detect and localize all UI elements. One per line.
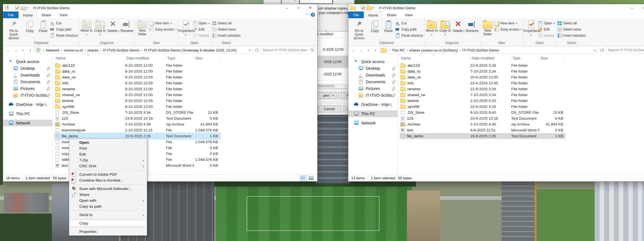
file-row[interactable]: data_rw 20-9-2025 12:00 File folder <box>400 74 566 80</box>
copy-to-button[interactable]: Copy to <box>94 19 106 40</box>
recent-locations-dropdown-icon[interactable] <box>365 47 371 53</box>
file-row[interactable]: xyz456 22-9-2025 3:19 File folder <box>400 104 566 110</box>
context-menu-item[interactable]: Properties <box>70 229 146 235</box>
minimize-button[interactable] <box>626 4 638 11</box>
edit-button[interactable]: Edit <box>538 27 555 32</box>
file-row[interactable]: abc123 22-9-2025 3:28 File folder <box>400 62 566 68</box>
file-row[interactable]: shared_rw 7-10-2025 3:34 File folder <box>400 92 566 98</box>
breadcrumb-item[interactable]: IT-ITVO-SciStor-Demo (Yesterday 9 oktobe… <box>139 48 236 52</box>
breadcrumb-item[interactable]: This PC <box>387 48 405 52</box>
collapse-ribbon-icon[interactable] <box>306 13 308 17</box>
file-row[interactable]: .DS_Store 9-10-2025 9:40 DS_STORE File 1… <box>400 110 566 115</box>
context-menu-item[interactable]: Convert to Adobe PDF <box>70 172 146 177</box>
context-menu-item[interactable] <box>72 170 144 170</box>
file-row[interactable]: 123 23-9-2025 10:18 Text Document 0 KB <box>400 115 566 121</box>
file-row[interactable]: shared_rw 9-10-2025 12:00 File folder <box>54 92 220 98</box>
context-menu-item[interactable]: Open <box>70 140 146 145</box>
move-to-button[interactable]: Move to <box>425 19 438 40</box>
easy-access-button[interactable]: Easy access <box>149 27 177 32</box>
column-header-name[interactable]: Name <box>400 56 470 61</box>
open-button[interactable]: Open <box>193 20 210 26</box>
tab-home[interactable]: Home <box>364 11 383 18</box>
context-menu-item[interactable]: Open with <box>70 198 146 203</box>
breadcrumb-item[interactable]: Network <box>41 48 59 52</box>
file-row[interactable]: testme 2-10-2025 4:33 File folder <box>400 98 566 104</box>
file-row[interactable]: rename 22-9-2025 3:28 File folder <box>400 86 566 92</box>
cut-button[interactable]: Cut <box>50 20 78 26</box>
column-header-date-modified[interactable]: Date modified <box>470 56 511 61</box>
recent-locations-dropdown-icon[interactable] <box>20 47 26 53</box>
history-button[interactable]: History <box>193 33 210 38</box>
context-menu-item[interactable]: CRC SHA <box>70 163 146 169</box>
copy-path-button[interactable]: Copy path <box>395 27 423 32</box>
sidebar-item[interactable]: IT-ITVO-SciStor-I <box>348 92 398 99</box>
easy-access-button[interactable]: Easy access <box>495 27 522 32</box>
sidebar-item[interactable]: Documents <box>3 78 52 85</box>
sidebar-item[interactable]: Downloads <box>3 72 52 78</box>
quick-access-toolbar-dropdown-icon[interactable] <box>373 6 374 9</box>
context-menu-item[interactable]: Share <box>70 192 146 198</box>
breadcrumb-item[interactable]: IT-ITVO-SciStor-Demo <box>98 48 140 52</box>
rename-button[interactable]: Rename <box>121 19 133 40</box>
column-header-type[interactable]: Type <box>511 56 539 61</box>
refresh-icon[interactable] <box>599 47 605 53</box>
paste-button[interactable]: Paste <box>37 19 50 40</box>
column-header-size[interactable]: Size <box>194 56 220 61</box>
context-menu-item[interactable] <box>72 210 144 211</box>
open-split-dropdown-icon[interactable] <box>330 92 336 99</box>
sidebar-item[interactable]: Pictures <box>348 85 398 92</box>
copy-button[interactable]: Copy <box>23 19 36 40</box>
help-icon[interactable] <box>311 13 315 17</box>
context-menu-item[interactable]: Send to <box>70 212 146 218</box>
file-row[interactable]: Archive 2-10-2025 4:36 zip Archive 41.89… <box>54 121 220 127</box>
forward-button[interactable] <box>358 47 364 53</box>
dialog-column-date-modified[interactable]: e modified <box>317 32 333 36</box>
select-all-button[interactable]: Select all <box>212 20 241 26</box>
titlebar[interactable]: IT-ITVO-SciStor-Demo <box>348 4 644 11</box>
copy-to-button[interactable]: Copy to <box>439 19 452 40</box>
tab-share[interactable]: Share <box>37 11 55 18</box>
copy-path-button[interactable]: Copy path <box>50 27 78 32</box>
up-button[interactable] <box>372 47 379 53</box>
tab-home[interactable]: Home <box>18 11 37 18</box>
file-row[interactable]: .DS_Store 7-10-2025 3:34 DS_STORE File 1… <box>54 110 220 115</box>
dialog-tab[interactable]: General <box>263 0 281 4</box>
up-button[interactable] <box>27 47 33 53</box>
file-row[interactable]: data_rw 9-10-2025 12:00 File folder <box>54 74 220 80</box>
pin-to-quick-access-button[interactable]: Pin to Quick access <box>5 19 23 40</box>
breadcrumb[interactable]: This PC shares (scistor.vu.nl (SciStor))… <box>380 47 598 54</box>
properties-button[interactable]: Properties <box>179 19 192 40</box>
large-icons-view-button[interactable] <box>308 175 314 181</box>
search-box[interactable] <box>261 47 315 54</box>
file-row[interactable]: info 23-4-2024 12:45 File folder <box>400 80 566 86</box>
sidebar-item[interactable]: This PC <box>348 110 398 117</box>
move-to-button[interactable]: Move to <box>80 19 93 40</box>
tab-view[interactable]: View <box>400 11 417 18</box>
file-row[interactable]: data_ro 9-10-2025 12:00 File folder <box>54 68 220 74</box>
back-button[interactable] <box>5 47 11 53</box>
breadcrumb-item[interactable]: IT-ITVO-SciStor-Demo <box>458 48 499 52</box>
file-row[interactable]: evenmorejunk 1-10-2025 11:15 File 1.048.… <box>54 127 220 133</box>
quick-access-properties-icon[interactable] <box>15 6 20 10</box>
sidebar-item[interactable]: OneDrive - Vrije Univ <box>348 101 398 108</box>
titlebar[interactable]: IT-ITVO-SciStor-Demo <box>3 4 317 11</box>
file-row[interactable]: test 4-6-2025 11:51 Microsoft Word 9... … <box>400 127 566 133</box>
open-button[interactable]: Open <box>538 20 555 26</box>
quick-access-newfolder-icon[interactable] <box>367 6 372 10</box>
tab-view[interactable]: View <box>55 11 71 18</box>
paste-button[interactable]: Paste <box>382 19 395 40</box>
breadcrumb[interactable]: Network scistor.vu.nl shares IT-ITVO-Sci… <box>34 47 253 54</box>
history-button[interactable]: History <box>538 33 555 38</box>
search-box[interactable] <box>606 47 644 54</box>
file-row[interactable]: file_demo 19-9-2025 2:26 Text Document 1… <box>54 133 220 139</box>
tab-share[interactable]: Share <box>383 11 401 18</box>
context-menu-item[interactable] <box>72 219 144 219</box>
back-button[interactable] <box>351 47 357 53</box>
delete-button[interactable]: Delete <box>452 19 465 40</box>
context-menu-item[interactable]: 7-Zip <box>70 157 146 163</box>
column-header-date-modified[interactable]: Date modified <box>125 56 166 61</box>
copy-button[interactable]: Copy <box>369 19 381 40</box>
context-menu-item[interactable]: Print <box>70 145 146 151</box>
pin-to-quick-access-button[interactable]: Pin to Quick access <box>350 19 368 40</box>
tab-file[interactable]: File <box>348 11 364 18</box>
